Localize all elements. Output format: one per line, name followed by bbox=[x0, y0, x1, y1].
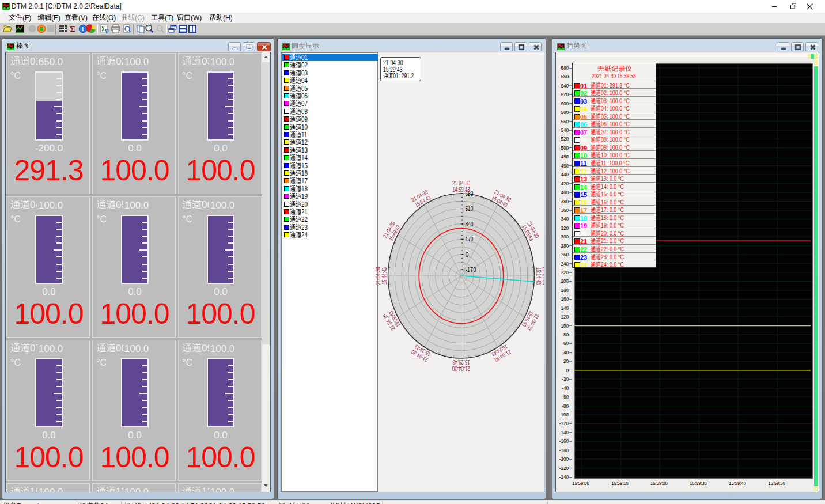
svg-text:22: 0.0 °C: 22: 0.0 °C bbox=[601, 245, 624, 252]
svg-text:06: 06 bbox=[301, 92, 308, 100]
svg-text:-170: -170 bbox=[466, 266, 476, 273]
svg-text:22: 22 bbox=[301, 215, 308, 223]
svg-text:09: 09 bbox=[301, 115, 308, 123]
svg-text:21-04-30: 21-04-30 bbox=[375, 267, 381, 285]
svg-text:17: 0.0 °C: 17: 0.0 °C bbox=[601, 206, 624, 213]
svg-text:02: 100.0 °C: 02: 100.0 °C bbox=[601, 89, 630, 96]
svg-text:02: 02 bbox=[301, 61, 308, 69]
svg-text:19: 0.0 °C: 19: 0.0 °C bbox=[601, 222, 624, 229]
svg-text:(O): (O) bbox=[106, 14, 116, 22]
svg-text:21-04-30: 21-04-30 bbox=[452, 180, 470, 187]
svg-text:(V): (V) bbox=[78, 14, 88, 22]
svg-text:11: 11 bbox=[301, 131, 307, 138]
svg-text:11: 100.0 °C: 11: 100.0 °C bbox=[601, 160, 630, 166]
svg-text:Σ: Σ bbox=[70, 25, 75, 34]
svg-text:15: 15 bbox=[301, 162, 308, 169]
svg-text:19: 19 bbox=[301, 192, 308, 200]
svg-text:21-04-30: 21-04-30 bbox=[452, 365, 470, 372]
svg-text:21: 21 bbox=[301, 208, 308, 215]
svg-text:0: 0 bbox=[466, 251, 469, 258]
svg-text:1: 1 bbox=[306, 502, 310, 504]
svg-text:12: 12 bbox=[301, 138, 308, 146]
svg-text:07: 07 bbox=[301, 100, 308, 107]
svg-text:24: 24 bbox=[301, 231, 308, 238]
svg-text:08: 08 bbox=[301, 108, 308, 115]
svg-text:10: 10 bbox=[301, 123, 308, 131]
svg-text:i: i bbox=[82, 25, 84, 32]
svg-text:15: 0.0 °C: 15: 0.0 °C bbox=[601, 191, 624, 198]
svg-text:14: 14 bbox=[301, 154, 308, 161]
svg-text:15:44:43: 15:44:43 bbox=[381, 267, 388, 285]
svg-text:(H): (H) bbox=[223, 14, 233, 22]
svg-text:21: 0.0 °C: 21: 0.0 °C bbox=[601, 237, 624, 244]
svg-text:(W): (W) bbox=[191, 14, 202, 22]
svg-text:14:59:43: 14:59:43 bbox=[453, 187, 470, 193]
svg-text:06: 100.0 °C: 06: 100.0 °C bbox=[601, 120, 630, 127]
svg-text:(T): (T) bbox=[165, 14, 173, 22]
svg-text:15:29:43: 15:29:43 bbox=[452, 359, 470, 365]
svg-text:20: 20 bbox=[301, 200, 308, 208]
svg-text:10: 100.0 °C: 10: 100.0 °C bbox=[601, 151, 630, 158]
svg-text:03: 03 bbox=[301, 69, 308, 77]
svg-text:340: 340 bbox=[466, 221, 474, 228]
svg-text:510: 510 bbox=[466, 205, 474, 212]
svg-text:17: 17 bbox=[301, 177, 308, 184]
svg-text:05: 05 bbox=[301, 85, 308, 92]
svg-text:04: 100.0 °C: 04: 100.0 °C bbox=[601, 105, 630, 112]
svg-text:Record: Record bbox=[17, 502, 39, 504]
svg-text:170: 170 bbox=[466, 236, 474, 242]
svg-text:01: 01 bbox=[301, 54, 308, 61]
svg-text:2021-04-30 15:59:58: 2021-04-30 15:59:58 bbox=[592, 72, 636, 79]
svg-text:23: 23 bbox=[301, 223, 308, 231]
svg-text:(C): (C) bbox=[135, 14, 145, 22]
svg-text:21-04-30 14:51:30: 21-04-30 14:51:30 bbox=[152, 502, 208, 504]
svg-text:18: 18 bbox=[301, 185, 308, 192]
svg-text:13: 0.0 °C: 13: 0.0 °C bbox=[601, 175, 624, 182]
svg-text:24: 0.0 °C: 24: 0.0 °C bbox=[601, 261, 624, 268]
svg-text:1H8M28S: 1H8M28S bbox=[350, 502, 380, 504]
svg-text:(F): (F) bbox=[22, 14, 31, 22]
svg-text:16: 16 bbox=[301, 169, 308, 177]
svg-text:24: 24 bbox=[100, 502, 108, 504]
svg-text:01: 291.2: 01: 291.2 bbox=[393, 72, 414, 79]
svg-text:15:14:43: 15:14:43 bbox=[535, 267, 542, 285]
svg-text:04: 04 bbox=[301, 77, 308, 84]
svg-text:13: 13 bbox=[301, 146, 308, 154]
svg-text:08: 100.0 °C: 08: 100.0 °C bbox=[601, 136, 630, 143]
svg-text:(E): (E) bbox=[51, 14, 60, 22]
